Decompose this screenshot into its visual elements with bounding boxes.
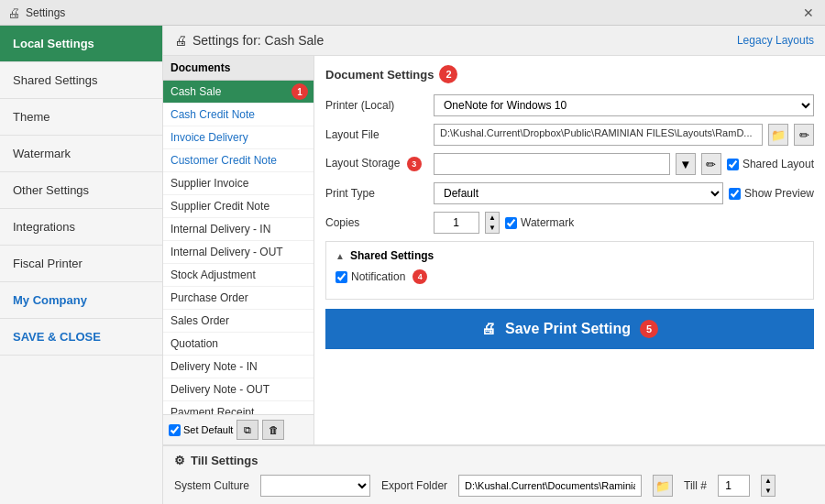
documents-header: Documents: [163, 56, 314, 81]
layout-storage-row: Layout Storage 3 ▼ ✏ Shared Layout: [325, 153, 814, 175]
title-bar-title: Settings: [26, 6, 65, 19]
copies-down[interactable]: ▼: [486, 223, 499, 233]
print-type-select[interactable]: Default: [434, 182, 723, 204]
till-number-label: Till #: [684, 479, 707, 492]
layout-file-control: D:\Kushal.Current\Dropbox\Public\RAMINIA…: [434, 124, 814, 146]
printer-select[interactable]: OneNote for Windows 10: [434, 94, 814, 116]
printer-icon-header: 🖨: [174, 33, 187, 48]
copies-label: Copies: [325, 216, 426, 229]
system-culture-label: System Culture: [174, 479, 249, 492]
layout-file-path: D:\Kushal.Current\Dropbox\Public\RAMINIA…: [434, 124, 763, 146]
notification-checkbox[interactable]: [336, 271, 347, 283]
sidebar-item-other-settings[interactable]: Other Settings: [0, 172, 162, 209]
badge-4: 4: [412, 269, 427, 284]
show-preview-checkbox[interactable]: [729, 188, 741, 200]
doc-item-cash-credit-note[interactable]: Cash Credit Note: [163, 104, 314, 126]
doc-settings-title: Document Settings 2: [325, 65, 814, 83]
layout-storage-edit-button[interactable]: ✏: [701, 153, 721, 175]
copies-row: Copies ▲ ▼ Watermark: [325, 212, 814, 234]
till-settings-header: ⚙ Till Settings: [174, 454, 814, 467]
layout-storage-path: [434, 153, 670, 175]
documents-list[interactable]: Cash Sale 1 Cash Credit Note Invoice Del…: [163, 81, 314, 414]
doc-item-quotation[interactable]: Quotation: [163, 333, 314, 356]
settings-for-label: Settings for: Cash Sale: [192, 33, 324, 48]
print-type-control: Default Show Preview: [434, 182, 814, 204]
export-folder-label: Export Folder: [381, 479, 447, 492]
sidebar-item-my-company[interactable]: My Company: [0, 282, 162, 319]
sidebar-item-local-settings[interactable]: Local Settings: [0, 26, 162, 62]
copy-button[interactable]: ⧉: [236, 420, 258, 440]
layout-file-row: Layout File D:\Kushal.Current\Dropbox\Pu…: [325, 124, 814, 146]
doc-item-stock-adjustment[interactable]: Stock Adjustment: [163, 264, 314, 287]
gear-icon: ⚙: [174, 454, 185, 467]
sidebar-item-watermark[interactable]: Watermark: [0, 136, 162, 172]
collapse-button[interactable]: ▲: [336, 251, 345, 261]
sidebar: Local Settings Shared Settings Theme Wat…: [0, 26, 163, 504]
till-up[interactable]: ▲: [762, 476, 775, 486]
export-folder-browse-button[interactable]: 📁: [653, 475, 673, 497]
doc-item-customer-credit-note[interactable]: Customer Credit Note: [163, 149, 314, 172]
show-preview-checkbox-label[interactable]: Show Preview: [729, 187, 814, 200]
copies-input[interactable]: [434, 212, 479, 234]
sidebar-item-shared-settings[interactable]: Shared Settings: [0, 62, 162, 99]
doc-item-internal-delivery-out[interactable]: Internal Delivery - OUT: [163, 241, 314, 264]
system-culture-select[interactable]: [260, 475, 370, 497]
sidebar-item-integrations[interactable]: Integrations: [0, 209, 162, 246]
sidebar-item-save-close[interactable]: SAVE & CLOSE: [0, 319, 162, 356]
layout-storage-label: Layout Storage 3: [325, 157, 426, 171]
doc-item-delivery-note-in[interactable]: Delivery Note - IN: [163, 356, 314, 378]
till-row: System Culture Export Folder 📁 Till # ▲ …: [174, 475, 814, 497]
doc-item-sales-order[interactable]: Sales Order: [163, 310, 314, 333]
settings-title: 🖨 Settings for: Cash Sale: [174, 33, 324, 48]
shared-settings-section: ▲ Shared Settings Notification 4: [325, 241, 814, 300]
printer-control: OneNote for Windows 10: [434, 94, 814, 116]
print-type-row: Print Type Default Show Preview: [325, 182, 814, 204]
doc-item-supplier-credit-note[interactable]: Supplier Credit Note: [163, 195, 314, 218]
layout-storage-control: ▼ ✏ Shared Layout: [434, 153, 814, 175]
doc-item-supplier-invoice[interactable]: Supplier Invoice: [163, 172, 314, 195]
copies-spinner[interactable]: ▲ ▼: [485, 212, 500, 234]
sidebar-item-theme[interactable]: Theme: [0, 99, 162, 136]
content-area: 🖨 Settings for: Cash Sale Legacy Layouts…: [163, 26, 825, 504]
till-number-spinner[interactable]: ▲ ▼: [761, 475, 776, 497]
till-settings-section: ⚙ Till Settings System Culture Export Fo…: [163, 444, 825, 504]
shared-section-header: ▲ Shared Settings: [336, 249, 804, 262]
layout-file-label: Layout File: [325, 128, 426, 141]
main-layout: Local Settings Shared Settings Theme Wat…: [0, 26, 825, 504]
printer-label: Printer (Local): [325, 99, 426, 112]
doc-item-invoice-delivery[interactable]: Invoice Delivery: [163, 126, 314, 149]
doc-item-cash-sale[interactable]: Cash Sale 1: [163, 81, 314, 104]
copies-control: ▲ ▼ Watermark: [434, 212, 814, 234]
layout-file-folder-button[interactable]: 📁: [768, 124, 788, 146]
notification-checkbox-label[interactable]: Notification 4: [336, 269, 427, 284]
title-bar: 🖨 Settings ✕: [0, 0, 825, 26]
set-default-checkbox[interactable]: Set Default: [169, 424, 233, 436]
delete-button[interactable]: 🗑: [262, 420, 284, 440]
layout-file-edit-button[interactable]: ✏: [794, 124, 814, 146]
printer-row: Printer (Local) OneNote for Windows 10: [325, 94, 814, 116]
shared-layout-checkbox-label[interactable]: Shared Layout: [727, 158, 814, 170]
layout-storage-down-button[interactable]: ▼: [676, 153, 696, 175]
save-printer-icon: 🖨: [481, 321, 496, 337]
doc-item-internal-delivery-in[interactable]: Internal Delivery - IN: [163, 218, 314, 241]
close-button[interactable]: ✕: [799, 4, 818, 22]
save-print-setting-button[interactable]: 🖨 Save Print Setting 5: [325, 309, 814, 349]
watermark-checkbox-label[interactable]: Watermark: [505, 216, 574, 229]
documents-panel: Documents Cash Sale 1 Cash Credit Note I…: [163, 56, 314, 444]
till-number-input[interactable]: [718, 475, 750, 497]
doc-item-purchase-order[interactable]: Purchase Order: [163, 287, 314, 310]
badge-3: 3: [407, 157, 422, 171]
legacy-layouts-link[interactable]: Legacy Layouts: [737, 34, 814, 47]
doc-item-delivery-note-out[interactable]: Delivery Note - OUT: [163, 378, 314, 401]
sidebar-item-fiscal-printer[interactable]: Fiscal Printer: [0, 246, 162, 282]
printer-icon: 🖨: [7, 5, 20, 20]
doc-item-payment-receipt[interactable]: Payment Receipt: [163, 401, 314, 414]
copies-up[interactable]: ▲: [486, 213, 499, 223]
watermark-checkbox[interactable]: [505, 217, 517, 229]
export-folder-input[interactable]: [458, 475, 642, 497]
content-inner: Documents Cash Sale 1 Cash Credit Note I…: [163, 56, 825, 444]
till-down[interactable]: ▼: [762, 486, 775, 496]
document-settings-panel: Document Settings 2 Printer (Local) OneN…: [314, 56, 825, 444]
settings-header: 🖨 Settings for: Cash Sale Legacy Layouts: [163, 26, 825, 56]
shared-layout-checkbox[interactable]: [727, 159, 739, 170]
